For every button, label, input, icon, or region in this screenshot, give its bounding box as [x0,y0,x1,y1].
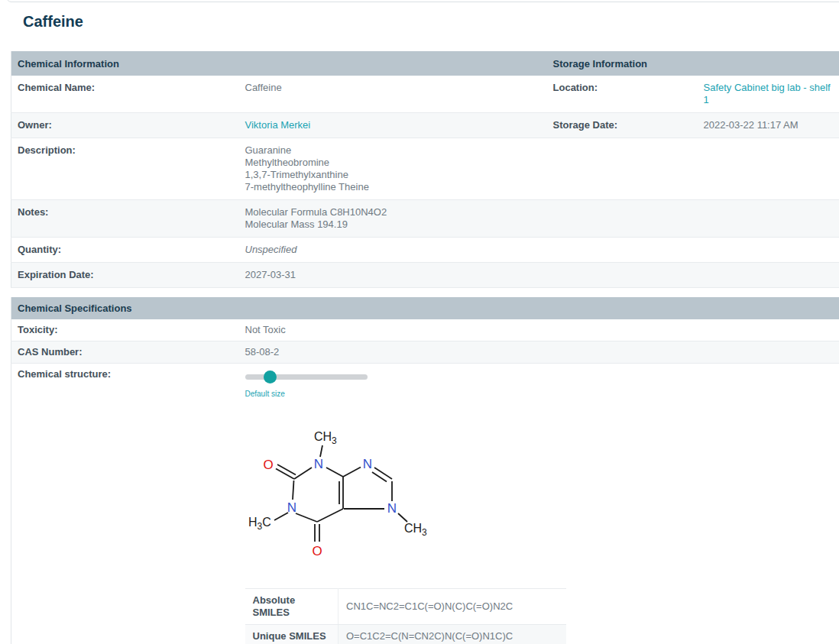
nitrogen-atom-label: N [287,500,296,515]
storage-date-label: Storage Date: [547,113,698,138]
top-panel-border [6,0,839,2]
bond [374,468,392,479]
default-size-link[interactable]: Default size [245,388,285,400]
oxygen-atom-label: O [312,544,322,558]
absolute-smiles-label: Absolute SMILES [245,589,339,625]
table-row: Description: Guaranine Methyltheobromine… [11,138,839,200]
table-header-row: Chemical Information Storage Information [11,51,839,76]
empty-cell [547,200,698,238]
table-row: Toxicity: Not Toxic [11,319,839,341]
page-title: Caffeine [23,12,839,31]
bond [296,513,317,522]
unique-smiles-value: O=C1C2=C(N=CN2C)N(C(=O)N1C)C [339,625,566,644]
toxicity-label: Toxicity: [11,319,239,341]
description-line: Methyltheobromine [245,157,541,169]
bond [277,464,296,475]
bond [294,468,312,479]
table-row: Chemical Name: Caffeine Location: Safety… [11,76,839,113]
chemical-specifications-header: Chemical Specifications [11,297,839,319]
methyl-group-label: H3C [248,516,271,532]
slider-knob[interactable] [264,371,277,383]
owner-link[interactable]: Viktoria Merkei [245,119,311,131]
description-line: Guaranine [245,144,541,157]
expiration-date-label: Expiration Date: [11,263,239,288]
nitrogen-atom-label: N [362,457,371,471]
bond [343,468,361,477]
table-row: Absolute SMILES CN1C=NC2=C1C(=O)N(C)C(=O… [245,589,566,625]
bond [320,445,322,457]
quantity-value: Unspecified [239,238,547,263]
description-line: 7-methyltheophylline Theine [245,181,541,193]
unique-smiles-label: Unique SMILES [245,625,339,644]
smiles-table: Absolute SMILES CN1C=NC2=C1C(=O)N(C)C(=O… [245,588,566,644]
notes-line: Molecular Formula C8H10N4O2 [245,206,541,218]
quantity-label: Quantity: [11,238,239,263]
notes-label: Notes: [11,200,239,238]
location-link[interactable]: Safety Cabinet big lab - shelf 1 [704,82,831,105]
oxygen-atom-label: O [263,458,273,472]
nitrogen-atom-label: N [387,501,396,516]
empty-cell [698,200,839,238]
empty-cell [547,238,698,263]
chemical-structure-cell: Default size [239,364,839,644]
table-row: Expiration Date: 2027-03-31 [11,263,839,288]
empty-cell [698,138,839,200]
bond [276,469,294,480]
empty-cell [698,263,839,288]
toxicity-value: Not Toxic [239,319,839,341]
chemical-info-table: Chemical Information Storage Information… [11,51,839,288]
empty-cell [547,263,698,288]
notes-line: Molecular Mass 194.19 [245,218,541,231]
bond [293,481,294,500]
expiration-date-value: 2027-03-31 [239,263,547,288]
table-row: CAS Number: 58-08-2 [11,341,839,364]
description-value: Guaranine Methyltheobromine 1,3,7-Trimet… [239,138,547,200]
cas-number-value: 58-08-2 [239,341,839,364]
structure-size-slider[interactable] [245,371,368,383]
bond [274,513,288,520]
methyl-group-label: CH3 [314,430,337,446]
description-line: 1,3,7-Trimethylxanthine [245,169,541,181]
chemical-name-label: Chemical Name: [11,76,239,113]
chemical-structure-label: Chemical structure: [11,364,239,644]
description-label: Description: [11,138,239,200]
methyl-group-label: CH3 [404,522,427,538]
bond [326,468,343,477]
table-header-row: Chemical Specifications [11,297,839,319]
owner-label: Owner: [11,113,239,138]
table-row: Notes: Molecular Formula C8H10N4O2 Molec… [11,200,839,238]
nitrogen-atom-label: N [313,457,322,471]
caffeine-structure-diagram: N N N N O O CH3 H3C CH3 [245,420,436,565]
table-row: Owner: Viktoria Merkei Storage Date: 202… [11,113,839,138]
table-row: Unique SMILES O=C1C2=C(N=CN2C)N(C(=O)N1C… [245,625,566,644]
bond [398,513,407,522]
table-row: Quantity: Unspecified [11,238,839,263]
chemical-information-header: Chemical Information [11,51,547,76]
bond [317,509,343,522]
empty-cell [547,138,698,200]
absolute-smiles-value: CN1C=NC2=C1C(=O)N(C)C(=O)N2C [339,589,566,625]
table-row: Chemical structure: Default size [11,364,839,644]
chemical-name-value: Caffeine [239,76,547,113]
cas-number-label: CAS Number: [11,341,239,364]
notes-value: Molecular Formula C8H10N4O2 Molecular Ma… [239,200,547,238]
chemical-specifications-table: Chemical Specifications Toxicity: Not To… [11,297,839,644]
location-label: Location: [547,76,698,113]
storage-information-header: Storage Information [547,51,839,76]
empty-cell [698,238,839,263]
storage-date-value: 2022-03-22 11:17 AM [698,113,839,138]
